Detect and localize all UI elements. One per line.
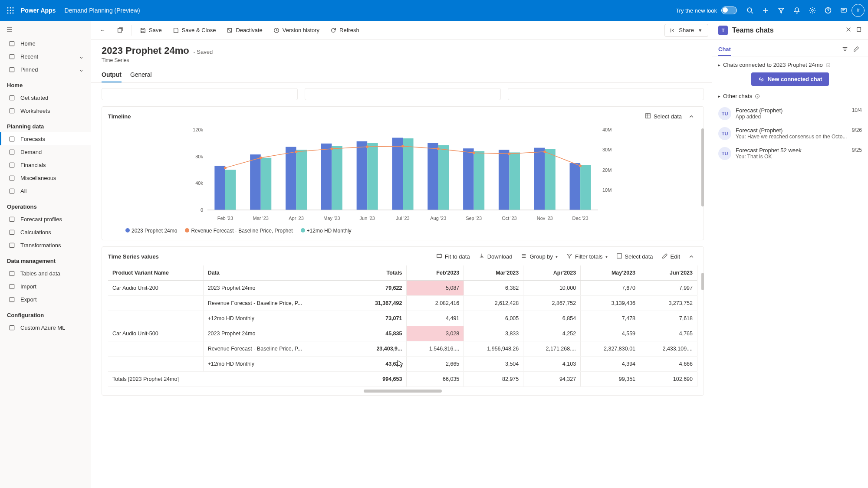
chat-item[interactable]: TU Forecast Prophet 52 week9/25 You: Tha… (718, 144, 862, 164)
select-data-button[interactable]: Select data (613, 251, 657, 262)
nav-item-recent[interactable]: Recent⌄ (0, 50, 91, 63)
save-button[interactable]: Save (135, 24, 166, 36)
close-icon[interactable] (845, 26, 852, 34)
filter-icon[interactable] (839, 44, 851, 55)
group-by-button[interactable]: Group by▾ (517, 251, 561, 262)
tab-general[interactable]: General (130, 68, 152, 82)
edit-button[interactable]: Edit (658, 251, 684, 262)
svg-rect-29 (10, 325, 14, 330)
table-scrollbar[interactable] (701, 273, 704, 290)
nav-item-pinned[interactable]: Pinned⌄ (0, 63, 91, 76)
horizontal-scrollbar[interactable] (364, 390, 442, 393)
chat-item[interactable]: TU Forecast (Prophet)9/26 You: Have we r… (718, 124, 862, 144)
nav-item-home[interactable]: Home (0, 37, 91, 50)
nav-item-export[interactable]: Export (0, 293, 91, 306)
fit-to-data-button[interactable]: Fit to data (433, 251, 473, 262)
select-data-button[interactable]: Select data (641, 111, 685, 122)
nav-item-all[interactable]: All (0, 184, 91, 197)
table-header[interactable]: May'2023 (581, 265, 640, 281)
svg-rect-30 (118, 28, 122, 32)
table-row[interactable]: +12mo HD Monthly73,0714,4916,0056,8547,4… (108, 311, 697, 326)
info-icon[interactable] (825, 62, 831, 68)
chart-scrollbar[interactable] (701, 128, 704, 206)
table-row[interactable]: +12mo HD Monthly43,6212,6653,5044,1034,3… (108, 357, 697, 372)
try-look-toggle[interactable] (721, 7, 737, 14)
nav-item-worksheets[interactable]: Worksheets (0, 104, 91, 117)
svg-text:Nov '23: Nov '23 (537, 216, 553, 221)
nav-item-get-started[interactable]: Get started (0, 91, 91, 104)
svg-text:Apr '23: Apr '23 (289, 216, 304, 221)
refresh-button[interactable]: Refresh (326, 24, 364, 36)
app-subtitle: Demand Planning (Preview) (64, 7, 140, 14)
table-header[interactable]: Data (203, 265, 354, 281)
svg-rect-26 (10, 271, 14, 275)
table-row[interactable]: Car Audio Unit-5002023 Prophet 24mo45,83… (108, 326, 697, 341)
gear-icon[interactable] (805, 3, 820, 18)
deactivate-button[interactable]: Deactivate (222, 24, 266, 36)
nav-item-import[interactable]: Import (0, 280, 91, 293)
nav-item-transformations[interactable]: Transformations (0, 239, 91, 252)
filter-icon[interactable] (773, 3, 789, 18)
tab-output[interactable]: Output (102, 68, 122, 82)
other-chats-header[interactable]: ▸ Other chats (718, 93, 862, 99)
back-button[interactable]: ← (95, 24, 110, 36)
svg-rect-48 (427, 143, 438, 210)
svg-text:80k: 80k (195, 154, 203, 159)
collapse-icon[interactable] (685, 252, 697, 261)
new-connected-chat-button[interactable]: New connected chat (751, 72, 829, 86)
table-header[interactable]: Apr'2023 (523, 265, 581, 281)
svg-point-3 (7, 10, 9, 11)
nav-item-miscellaneous[interactable]: Miscellaneous (0, 171, 91, 184)
help-icon[interactable] (820, 3, 836, 18)
table-row[interactable]: Car Audio Unit-2002023 Prophet 24mo79,62… (108, 281, 697, 296)
svg-point-10 (812, 10, 813, 11)
download-button[interactable]: Download (475, 251, 516, 262)
nav-group-header: Planning data (0, 117, 91, 132)
chat-item[interactable]: TU Forecast (Prophet)10/4 App added (718, 104, 862, 124)
chat-tab[interactable]: Chat (718, 43, 731, 56)
add-icon[interactable] (758, 3, 773, 18)
chat-icon[interactable] (836, 3, 852, 18)
open-new-button[interactable] (112, 24, 128, 36)
export-icon (8, 296, 15, 303)
nav-item-custom-azure-ml[interactable]: Custom Azure ML (0, 321, 91, 334)
nav-item-calculations[interactable]: Calculations (0, 226, 91, 239)
table-header[interactable]: Feb'2023 (407, 265, 464, 281)
info-icon[interactable] (755, 94, 760, 99)
ml-icon (8, 324, 15, 331)
chat-preview: You: Have we reached consensus on the Oc… (736, 134, 862, 140)
app-launcher-icon[interactable] (3, 3, 17, 17)
version-history-button[interactable]: Version history (269, 24, 324, 36)
table-header[interactable]: Jun'2023 (640, 265, 697, 281)
misc-icon (8, 174, 15, 181)
timeline-section: Timeline Select data 040k80k120k10M20M30… (102, 106, 704, 240)
nav-item-forecasts[interactable]: Forecasts (0, 132, 91, 145)
filter-totals-button[interactable]: Filter totals▾ (563, 251, 611, 262)
table-header[interactable]: Product Variant Name (108, 265, 203, 281)
popout-icon[interactable] (856, 26, 862, 34)
svg-text:40k: 40k (195, 180, 203, 186)
summary-card (102, 88, 298, 100)
nav-item-tables-and-data[interactable]: Tables and data (0, 267, 91, 280)
table-row[interactable]: Revenue Forecast - Baseline Price, P...2… (108, 341, 697, 357)
save-close-button[interactable]: Save & Close (168, 24, 220, 36)
collapse-icon[interactable] (685, 112, 697, 121)
svg-text:Oct '23: Oct '23 (502, 216, 517, 221)
share-button[interactable]: Share▾ (664, 24, 708, 37)
svg-text:Aug '23: Aug '23 (430, 216, 446, 221)
table-row[interactable]: Revenue Forecast - Baseline Price, P...3… (108, 296, 697, 311)
search-icon[interactable] (742, 3, 758, 18)
totals-row: Totals [2023 Prophet 24mo]994,65366,0358… (108, 372, 697, 387)
svg-rect-88 (617, 254, 621, 259)
try-look-label: Try the new look (676, 7, 717, 14)
nav-item-financials[interactable]: Financials (0, 158, 91, 171)
compose-icon[interactable] (851, 44, 862, 55)
nav-item-forecast-profiles[interactable]: Forecast profiles (0, 213, 91, 226)
user-avatar[interactable]: # (852, 4, 865, 17)
bell-icon[interactable] (789, 3, 805, 18)
connected-chats-header[interactable]: ▸ Chats connected to 2023 Prophet 24mo (718, 62, 862, 68)
table-header[interactable]: Totals (354, 265, 407, 281)
nav-item-demand[interactable]: Demand (0, 145, 91, 158)
table-header[interactable]: Mar'2023 (464, 265, 523, 281)
nav-collapse-icon[interactable] (0, 23, 91, 37)
